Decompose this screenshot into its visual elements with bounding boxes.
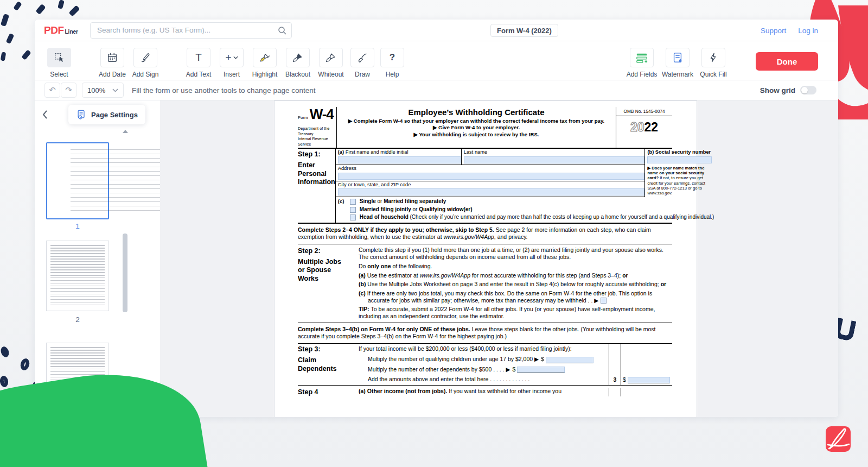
step3-section: Step 3: Claim Dependents If your total i… <box>298 343 672 386</box>
w4-form-content: Form W-4 Department of the Treasury Inte… <box>298 107 672 396</box>
address-label: Address <box>338 166 645 172</box>
qualifying-children-field[interactable] <box>546 357 593 363</box>
tool-add-fields[interactable]: Add Fields <box>628 48 656 78</box>
show-grid-control: Show grid <box>760 86 816 94</box>
search-icon[interactable] <box>278 26 286 35</box>
sidebar-collapse-button[interactable] <box>42 110 48 119</box>
login-link[interactable]: Log in <box>798 27 818 35</box>
tool-quick-fill[interactable]: Quick Fill <box>699 48 727 78</box>
step2-section: Step 2: Multiple Jobs or Spouse Works Co… <box>298 244 672 323</box>
show-grid-label: Show grid <box>760 86 795 94</box>
two-jobs-checkbox[interactable] <box>601 298 607 304</box>
step3-body: If your total income will be $200,000 or… <box>359 344 609 385</box>
married-jointly-checkbox[interactable] <box>350 207 356 213</box>
head-of-household-checkbox[interactable] <box>350 214 356 220</box>
ink-dash-decoration <box>58 0 65 9</box>
tool-whiteout[interactable]: Whiteout <box>317 48 345 78</box>
search-form <box>90 22 292 39</box>
tool-label: Quick Fill <box>700 71 726 78</box>
tool-draw[interactable]: Draw <box>350 48 375 78</box>
form-number: W-4 <box>310 108 334 121</box>
tool-label: Insert <box>224 71 240 78</box>
ssn-field[interactable] <box>647 156 712 163</box>
step2-tip: TIP: To be accurate, submit a 2022 Form … <box>359 306 672 320</box>
single-checkbox[interactable] <box>350 199 356 205</box>
ssn-label: Social security number <box>654 149 711 155</box>
tool-help[interactable]: ? Help <box>380 48 405 78</box>
redo-button[interactable]: ↷ <box>61 83 76 98</box>
pdf-loop-icon <box>826 426 851 452</box>
undo-button[interactable]: ↶ <box>44 83 60 98</box>
signature-pen-icon <box>139 52 151 64</box>
tool-select[interactable]: Select <box>45 48 73 78</box>
chevron-down-icon <box>233 56 238 59</box>
tool-add-text[interactable]: T Add Text <box>184 48 213 78</box>
last-name-field[interactable] <box>464 156 645 163</box>
tool-add-sign[interactable]: Add Sign <box>131 48 159 78</box>
chevron-down-icon <box>112 89 118 92</box>
text-icon: T <box>195 52 202 64</box>
sidebar-scroll-up-arrow[interactable] <box>123 130 128 133</box>
ink-dash-decoration <box>1 14 9 27</box>
tool-label: Select <box>50 71 68 78</box>
show-grid-toggle[interactable] <box>800 86 816 94</box>
page-settings-button[interactable]: Page Settings <box>68 105 145 124</box>
omb-number: OMB No. 1545-0074 <box>616 107 672 116</box>
page-thumbnail-2[interactable] <box>46 241 109 311</box>
logo-pdf-text: PDF <box>44 24 64 36</box>
step2-label: Step 2: Multiple Jobs or Spouse Works <box>298 247 359 320</box>
form-word: Form <box>298 115 308 121</box>
tool-label: Whiteout <box>318 71 343 78</box>
zoom-level-select[interactable]: 100% <box>82 83 124 98</box>
draw-pen-icon <box>356 52 368 64</box>
city-field[interactable] <box>338 188 645 195</box>
other-dependents-field[interactable] <box>517 367 565 373</box>
w4-title-block: Employee’s Withholding Certificate ▶ Com… <box>337 107 616 148</box>
step1-title: Step 1: <box>298 150 335 159</box>
page-settings-label: Page Settings <box>91 111 138 119</box>
form-instruction-3: ▶ Your withholding is subject to review … <box>340 131 612 138</box>
ssn-note: ▶ Does your name match the name on your … <box>647 166 712 196</box>
ink-dash-decoration <box>21 49 31 60</box>
tool-highlight[interactable]: Highlight <box>251 48 279 78</box>
tool-label: Help <box>386 71 399 78</box>
step2-body: Complete this step if you (1) hold more … <box>359 247 672 320</box>
tool-watermark[interactable]: Watermark <box>663 48 692 78</box>
page-number-1[interactable]: 1 <box>46 222 109 230</box>
step1-label: Step 1: Enter Personal Information <box>298 149 336 222</box>
undo-icon: ↶ <box>49 85 56 95</box>
tool-insert[interactable]: + Insert <box>218 48 246 78</box>
address-field[interactable] <box>338 173 645 180</box>
field-c-tag: (c) <box>338 198 350 221</box>
step3-total-field[interactable] <box>628 377 670 383</box>
pdfliner-logo[interactable]: PDF Liner <box>44 24 78 36</box>
watermark-icon <box>672 52 684 64</box>
sidebar-scrollbar-thumb[interactable] <box>123 234 127 312</box>
first-name-field[interactable] <box>338 156 461 163</box>
step2-option-b: (b) Use the Multiple Jobs Worksheet on p… <box>359 281 672 288</box>
blackout-brush-icon <box>292 52 304 64</box>
tool-blackout[interactable]: Blackout <box>284 48 312 78</box>
support-link[interactable]: Support <box>761 27 786 35</box>
pdfliner-app-window: PDF Liner Form W-4 (2022) Support Log in <box>35 20 838 417</box>
page-thumbnail-1[interactable] <box>46 142 109 219</box>
tool-label: Highlight <box>252 71 278 78</box>
dept-line-2: Internal Revenue Service <box>298 136 334 147</box>
page-settings-icon <box>76 109 87 120</box>
step3-children-line: Multiply the number of qualifying childr… <box>359 356 609 363</box>
ink-dash-decoration <box>6 33 15 44</box>
year-bold: 22 <box>644 120 659 134</box>
question-icon: ? <box>390 52 395 63</box>
page-number-2[interactable]: 2 <box>46 315 109 324</box>
city-label: City or town, state, and ZIP code <box>338 182 645 188</box>
step2-option-a: (a) Use the estimator at www.irs.gov/W4A… <box>359 272 672 279</box>
tool-add-date[interactable]: Add Date <box>98 48 126 78</box>
filing-status-option: Married filing jointly or Qualifying wid… <box>350 206 714 213</box>
done-button[interactable]: Done <box>756 52 818 71</box>
search-input[interactable] <box>90 22 292 39</box>
omb-year-block: OMB No. 1545-0074 2022 <box>616 107 672 148</box>
whiteout-brush-icon <box>325 52 337 64</box>
main-toolbar: Select Add Date <box>35 41 838 80</box>
step4-label: Step 4 <box>298 388 359 397</box>
field-b-tag: (b) <box>647 149 654 155</box>
